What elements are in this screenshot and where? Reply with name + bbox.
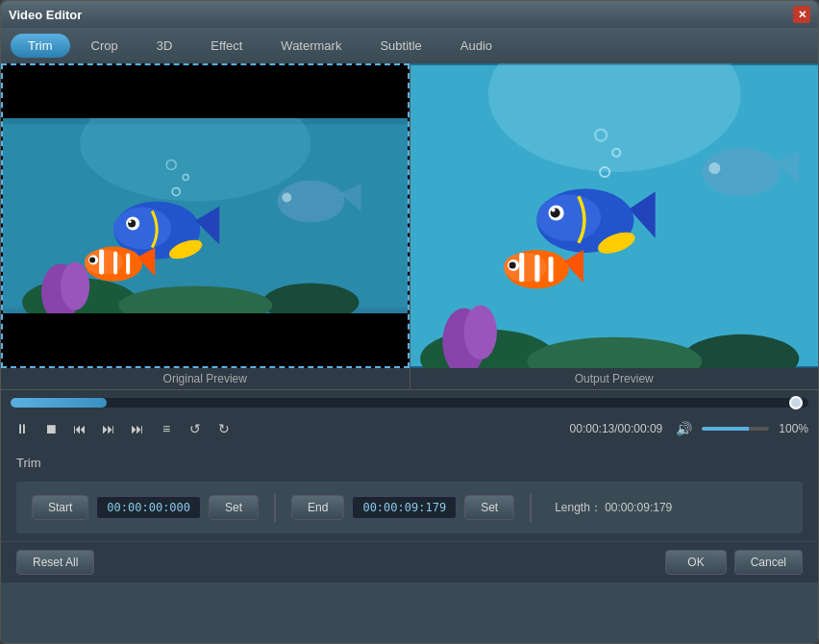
timeline-area: ⏸ ⏹ ⏮ ⏭ ⏭ ≡ ↺ ↻ 00:00:13/00:00:09 🔊 100% xyxy=(1,390,818,448)
svg-point-6 xyxy=(61,262,89,310)
progress-handle[interactable] xyxy=(789,396,803,409)
volume-slider[interactable] xyxy=(702,427,769,431)
output-preview-panel: Output Preview xyxy=(410,63,819,389)
svg-rect-45 xyxy=(534,255,539,282)
svg-rect-17 xyxy=(113,252,117,275)
start-button[interactable]: Start xyxy=(32,495,88,520)
start-time: 00:00:00:000 xyxy=(96,496,201,519)
reset-all-button[interactable]: Reset All xyxy=(16,550,94,575)
tab-subtitle[interactable]: Subtitle xyxy=(362,34,438,58)
output-label: Output Preview xyxy=(410,368,819,389)
end-time: 00:00:09:179 xyxy=(352,496,457,519)
bottom-bar: Reset All OK Cancel xyxy=(1,541,818,582)
end-set-button[interactable]: Set xyxy=(464,495,514,520)
stop-button[interactable]: ⏹ xyxy=(39,417,62,440)
svg-point-34 xyxy=(463,305,496,359)
trim-separator xyxy=(274,493,276,522)
svg-rect-16 xyxy=(99,250,104,275)
tab-watermark[interactable]: Watermark xyxy=(263,34,359,58)
video-editor-window: Video Editor ✕ Trim Crop 3D Effect Water… xyxy=(0,0,819,644)
prev-frame-button[interactable]: ⏮ xyxy=(68,417,91,440)
svg-rect-18 xyxy=(126,254,130,275)
cancel-button[interactable]: Cancel xyxy=(734,550,803,575)
svg-rect-44 xyxy=(519,253,524,282)
original-fish-scene xyxy=(3,65,408,366)
title-bar: Video Editor ✕ xyxy=(1,1,818,28)
tab-crop[interactable]: Crop xyxy=(74,34,136,58)
original-video-frame xyxy=(1,63,410,368)
settings-button[interactable]: ≡ xyxy=(155,417,178,440)
preview-area: Original Preview xyxy=(1,63,818,390)
main-content: Original Preview xyxy=(1,63,818,643)
progress-bar[interactable] xyxy=(11,398,808,408)
tab-bar: Trim Crop 3D Effect Watermark Subtitle A… xyxy=(1,28,818,63)
svg-rect-46 xyxy=(548,257,553,282)
next-frame-button[interactable]: ⏭ xyxy=(97,417,120,440)
svg-point-36 xyxy=(536,194,601,241)
svg-point-49 xyxy=(509,262,515,269)
tab-effect[interactable]: Effect xyxy=(193,34,260,58)
length-label: Length： 00:00:09:179 xyxy=(555,500,672,516)
tab-3d[interactable]: 3D xyxy=(139,34,190,58)
trim-controls: Start 00:00:00:000 Set End 00:00:09:179 … xyxy=(16,482,803,533)
original-fish-area xyxy=(3,118,408,313)
time-display: 00:00:13/00:00:09 xyxy=(570,422,663,435)
svg-point-41 xyxy=(551,208,555,211)
ok-button[interactable]: OK xyxy=(665,550,726,575)
svg-point-21 xyxy=(89,258,95,263)
svg-point-27 xyxy=(282,192,291,202)
svg-point-13 xyxy=(129,220,132,223)
original-label: Original Preview xyxy=(1,368,410,389)
ok-cancel-group: OK Cancel xyxy=(665,550,803,575)
volume-percent: 100% xyxy=(779,422,808,435)
close-button[interactable]: ✕ xyxy=(793,6,810,23)
end-button[interactable]: End xyxy=(291,495,344,520)
output-fish-scene xyxy=(410,63,819,368)
window-title: Video Editor xyxy=(9,8,82,22)
volume-icon: 🔊 xyxy=(676,421,692,436)
output-video-frame xyxy=(410,63,819,368)
progress-fill xyxy=(11,398,107,408)
black-bar-top xyxy=(3,65,408,118)
trim-section: Trim Start 00:00:00:000 Set End 00:00:09… xyxy=(1,448,818,541)
start-set-button[interactable]: Set xyxy=(209,495,259,520)
skip-end-button[interactable]: ⏭ xyxy=(126,417,149,440)
trim-separator-2 xyxy=(530,493,532,522)
rotate-right-button[interactable]: ↻ xyxy=(212,417,236,440)
tab-trim[interactable]: Trim xyxy=(11,34,70,58)
trim-title: Trim xyxy=(16,456,803,470)
original-preview-panel: Original Preview xyxy=(1,63,410,389)
black-bar-bottom xyxy=(3,313,408,366)
tab-audio[interactable]: Audio xyxy=(443,34,509,58)
svg-point-8 xyxy=(113,207,171,249)
svg-point-55 xyxy=(708,162,720,174)
controls-row: ⏸ ⏹ ⏮ ⏭ ⏭ ≡ ↺ ↻ 00:00:13/00:00:09 🔊 100% xyxy=(11,413,808,444)
rotate-left-button[interactable]: ↺ xyxy=(184,417,207,440)
pause-button[interactable]: ⏸ xyxy=(11,417,34,440)
